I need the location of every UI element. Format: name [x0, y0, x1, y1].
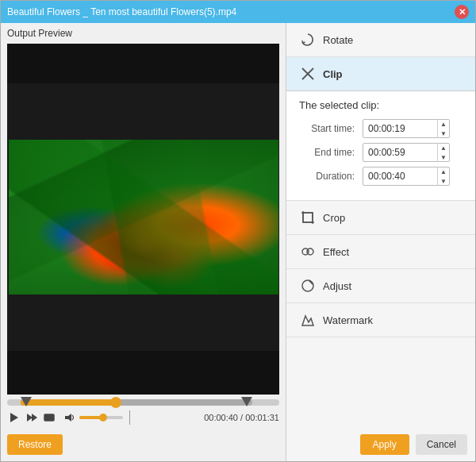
step-forward-button[interactable]: [25, 410, 39, 425]
svg-marker-1: [27, 414, 33, 422]
rotate-icon: [299, 31, 317, 48]
watermark-icon: [299, 311, 317, 329]
loop-button[interactable]: [42, 410, 56, 425]
video-bottom-bar: [7, 351, 279, 395]
time-display: 00:00:40 / 00:01:31: [204, 413, 279, 422]
clip-fields: Start time: 00:00:19 ▲ ▼ End time:: [286, 116, 475, 200]
window-title: Beautiful Flowers _ Ten most beautiful F…: [7, 6, 236, 17]
clip-title: Clip: [323, 68, 343, 80]
restore-button[interactable]: Restore: [7, 434, 63, 455]
divider: [129, 410, 130, 425]
adjust-icon: [299, 277, 317, 295]
close-button[interactable]: ✕: [455, 5, 469, 19]
volume-icon[interactable]: [63, 410, 77, 425]
start-time-down[interactable]: ▼: [438, 129, 449, 138]
total-time: 00:01:31: [245, 413, 279, 422]
right-panel: Rotate Clip The selected clip:: [286, 23, 475, 461]
start-time-row: Start time: 00:00:19 ▲ ▼: [299, 119, 463, 138]
end-time-input[interactable]: 00:00:59 ▲ ▼: [363, 143, 450, 162]
current-time: 00:00:40: [204, 413, 238, 422]
video-frame: [9, 140, 278, 295]
video-area: [7, 83, 279, 351]
tool-item-effect[interactable]: Effect: [286, 235, 475, 269]
effect-icon: [299, 243, 317, 260]
clip-header[interactable]: Clip: [286, 57, 475, 91]
duration-down[interactable]: ▼: [438, 176, 449, 186]
crop-icon: [299, 209, 317, 226]
tool-label-rotate: Rotate: [323, 34, 353, 46]
duration-row: Duration: 00:00:40 ▲ ▼: [299, 167, 463, 186]
duration-spinners: ▲ ▼: [437, 167, 449, 186]
svg-rect-3: [44, 414, 54, 421]
svg-rect-9: [303, 213, 313, 222]
video-image: [9, 140, 278, 295]
tool-label-effect: Effect: [323, 246, 349, 258]
volume-thumb[interactable]: [99, 414, 107, 422]
action-buttons: Apply Cancel: [286, 428, 475, 461]
start-time-value: 00:00:19: [363, 123, 437, 134]
start-time-spinners: ▲ ▼: [437, 119, 449, 138]
left-panel: Output Preview: [1, 23, 286, 461]
duration-label: Duration:: [299, 171, 363, 182]
bottom-buttons: Restore: [1, 428, 286, 461]
tool-label-watermark: Watermark: [323, 314, 373, 326]
volume-area: [63, 410, 123, 425]
duration-up[interactable]: ▲: [438, 167, 449, 176]
main-content: Output Preview: [1, 23, 475, 461]
timeline-bar[interactable]: [7, 399, 279, 406]
volume-slider[interactable]: [79, 416, 123, 419]
cancel-button[interactable]: Cancel: [416, 434, 467, 455]
player-controls: 00:00:40 / 00:01:31: [7, 410, 279, 425]
tool-item-crop[interactable]: Crop: [286, 201, 475, 235]
tool-item-watermark[interactable]: Watermark: [286, 303, 475, 337]
selected-clip-label: The selected clip:: [286, 91, 475, 116]
end-time-spinners: ▲ ▼: [437, 143, 449, 162]
svg-marker-6: [65, 414, 71, 422]
output-preview-label: Output Preview: [1, 23, 286, 44]
tool-label-crop: Crop: [323, 212, 345, 224]
timeline-progress: [21, 399, 116, 406]
apply-button[interactable]: Apply: [360, 434, 409, 455]
tool-label-adjust: Adjust: [323, 280, 351, 292]
end-time-row: End time: 00:00:59 ▲ ▼: [299, 143, 463, 162]
timeline-right-handle[interactable]: [241, 397, 252, 406]
play-button[interactable]: [7, 410, 21, 425]
main-window: Beautiful Flowers _ Ten most beautiful F…: [0, 0, 476, 462]
start-time-up[interactable]: ▲: [438, 119, 449, 129]
clip-section: Clip The selected clip: Start time: 00:0…: [286, 57, 475, 201]
svg-marker-2: [32, 414, 37, 422]
end-time-up[interactable]: ▲: [438, 143, 449, 152]
tool-item-rotate[interactable]: Rotate: [286, 23, 475, 57]
controls-area: 00:00:40 / 00:01:31: [1, 395, 286, 428]
video-top-bar: [7, 44, 279, 83]
timeline-thumb[interactable]: [110, 397, 121, 408]
svg-marker-0: [10, 413, 18, 422]
start-time-input[interactable]: 00:00:19 ▲ ▼: [363, 119, 450, 138]
duration-value: 00:00:40: [363, 171, 437, 182]
end-time-down[interactable]: ▼: [438, 152, 449, 162]
titlebar: Beautiful Flowers _ Ten most beautiful F…: [1, 1, 475, 23]
svg-point-11: [307, 248, 313, 255]
start-time-label: Start time:: [299, 123, 363, 134]
duration-input[interactable]: 00:00:40 ▲ ▼: [363, 167, 450, 186]
end-time-value: 00:00:59: [363, 147, 437, 158]
tool-item-adjust[interactable]: Adjust: [286, 269, 475, 303]
end-time-label: End time:: [299, 147, 363, 158]
clip-icon: [299, 65, 317, 83]
timeline-left-handle[interactable]: [21, 397, 32, 406]
